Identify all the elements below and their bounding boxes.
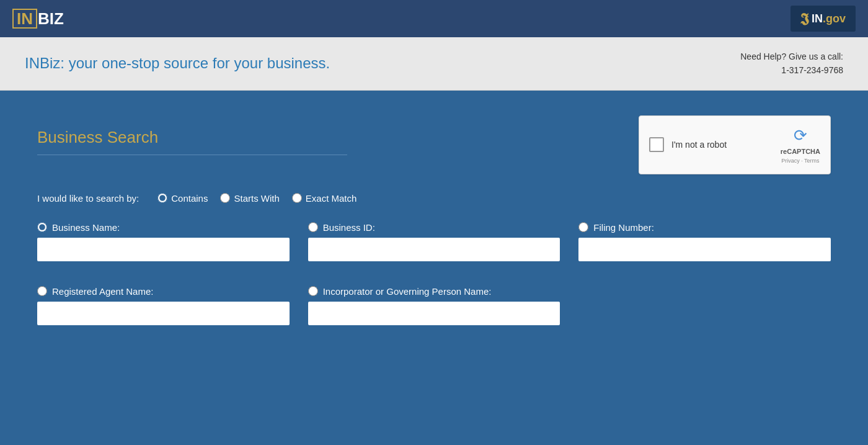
business-name-radio[interactable] [37,222,47,232]
radio-starts-with-label: Starts With [234,193,279,204]
logo-area: IN BIZ [12,9,64,29]
business-search-section: Business Search [37,115,347,155]
logo-biz-text: BIZ [38,9,64,29]
business-id-radio[interactable] [308,222,318,232]
captcha-widget: I'm not a robot ⟳ reCAPTCHA Privacy · Te… [639,115,831,174]
business-id-label-row: Business ID: [308,222,560,233]
page-title: INBiz: your one-stop source for your bus… [25,55,330,72]
help-phone: 1-317-234-9768 [740,63,843,77]
registered-agent-input[interactable] [37,302,290,325]
search-options: I would like to search by: Contains Star… [37,193,831,204]
search-prompt-label: I would like to search by: [37,193,139,204]
registered-agent-label: Registered Agent Name: [52,286,153,297]
business-search-title: Business Search [37,128,347,155]
registered-agent-label-row: Registered Agent Name: [37,286,290,297]
registered-agent-radio[interactable] [37,286,47,296]
captcha-label: I'm not a robot [671,140,727,150]
logo-in-text: IN [17,9,33,28]
incorporator-label-row: Incorporator or Governing Person Name: [308,286,560,297]
incorporator-group: Incorporator or Governing Person Name: [308,286,560,325]
incorporator-radio[interactable] [308,286,318,296]
business-id-group: Business ID: [308,222,560,261]
indiana-icon: 𝕵 [800,11,809,27]
incorporator-input[interactable] [308,302,560,325]
registered-agent-group: Registered Agent Name: [37,286,290,325]
captcha-brand: reCAPTCHA [781,148,820,155]
recaptcha-icon: ⟳ [794,126,807,145]
captcha-right: ⟳ reCAPTCHA Privacy · Terms [781,126,820,164]
business-name-input[interactable] [37,238,290,261]
radio-contains[interactable] [157,193,167,203]
inbiz-logo: IN BIZ [12,9,64,29]
business-name-group: Business Name: [37,222,290,261]
business-name-label-row: Business Name: [37,222,290,233]
radio-exact-match-option[interactable]: Exact Match [292,193,357,204]
search-fields-row-2: Registered Agent Name: Incorporator or G… [37,286,831,325]
radio-starts-with[interactable] [220,193,230,203]
radio-starts-with-option[interactable]: Starts With [220,193,279,204]
captcha-checkbox[interactable] [649,137,664,152]
help-info: Need Help? Give us a call: 1-317-234-976… [740,50,843,78]
radio-contains-label: Contains [171,193,208,204]
sub-header: INBiz: your one-stop source for your bus… [0,37,868,91]
filing-number-label: Filing Number: [593,222,654,233]
captcha-terms[interactable]: Terms [804,158,820,164]
radio-exact-match-label: Exact Match [306,193,357,204]
business-name-label: Business Name: [52,222,120,233]
captcha-links: Privacy · Terms [781,158,819,164]
ingov-text: IN.gov [812,12,846,25]
business-id-input[interactable] [308,238,560,261]
captcha-left: I'm not a robot [649,137,727,152]
incorporator-label: Incorporator or Governing Person Name: [323,286,492,297]
filing-number-group: Filing Number: [578,222,831,261]
main-content: Business Search I'm not a robot ⟳ reCAPT… [0,91,868,445]
help-label: Need Help? Give us a call: [740,50,843,63]
captcha-privacy[interactable]: Privacy [781,158,800,164]
filing-number-radio[interactable] [578,222,588,232]
ingov-logo[interactable]: 𝕵 IN.gov [790,6,856,32]
radio-contains-option[interactable]: Contains [157,193,208,204]
search-fields-row-1: Business Name: Business ID: Filing Numbe… [37,222,831,261]
filing-number-label-row: Filing Number: [578,222,831,233]
top-navigation: IN BIZ 𝕵 IN.gov [0,0,868,37]
content-layout: Business Search I'm not a robot ⟳ reCAPT… [37,115,831,174]
business-id-label: Business ID: [323,222,375,233]
radio-exact-match[interactable] [292,193,302,203]
logo-in-box: IN [12,9,37,29]
filing-number-input[interactable] [578,238,831,261]
